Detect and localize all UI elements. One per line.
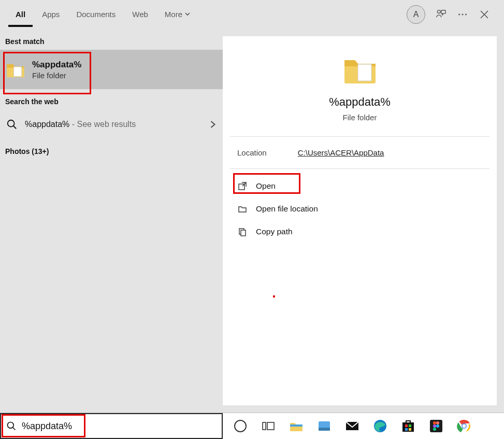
svg-point-29 [436, 424, 439, 428]
svg-rect-13 [263, 422, 266, 430]
taskbar-row [0, 413, 504, 439]
close-icon[interactable] [478, 8, 491, 21]
search-results-column: Best match %appdata% File folder Search … [0, 29, 223, 413]
photos-header[interactable]: Photos (13+) [0, 139, 223, 160]
tab-more[interactable]: More [157, 3, 198, 27]
svg-rect-10 [241, 230, 246, 236]
search-input[interactable] [22, 421, 217, 432]
chrome-icon[interactable] [455, 417, 473, 435]
mail-icon[interactable] [343, 417, 362, 435]
web-result-suffix: - See web results [69, 120, 136, 129]
action-copy-path[interactable]: Copy path [237, 224, 482, 239]
search-web-header: Search the web [0, 89, 223, 110]
details-column: %appdata% File folder Location C:\Users\… [223, 29, 504, 413]
user-avatar[interactable]: A [407, 5, 425, 24]
svg-rect-22 [409, 424, 411, 427]
location-path[interactable]: C:\Users\ACER\AppData [298, 148, 384, 157]
details-preview: %appdata% File folder [230, 36, 489, 137]
edge-icon[interactable] [371, 417, 390, 435]
taskbar [223, 413, 504, 439]
taskbar-search-box[interactable] [0, 413, 223, 439]
svg-point-30 [433, 428, 436, 431]
web-result-row[interactable]: %appdata% - See web results [0, 110, 223, 139]
location-row: Location C:\Users\ACER\AppData [230, 137, 489, 169]
task-view-icon[interactable] [259, 417, 278, 435]
svg-point-3 [462, 14, 464, 16]
tab-apps[interactable]: Apps [35, 3, 67, 27]
search-icon [6, 421, 17, 431]
best-match-title: %appdata% [32, 60, 81, 70]
tabs-right-controls: A [407, 5, 496, 24]
svg-rect-14 [267, 422, 274, 430]
tab-more-label: More [165, 10, 182, 19]
details-actions: Open Open file location Copy path [230, 169, 489, 249]
folder-icon [341, 51, 379, 88]
best-match-header: Best match [0, 29, 223, 50]
file-explorer-icon[interactable] [287, 417, 306, 435]
svg-point-12 [235, 420, 246, 432]
details-title: %appdata% [329, 95, 391, 109]
web-result-text: %appdata% - See web results [25, 120, 136, 129]
svg-rect-23 [405, 428, 408, 431]
svg-rect-17 [319, 428, 330, 431]
svg-rect-24 [409, 428, 411, 431]
microsoft-store-icon[interactable] [399, 417, 417, 435]
svg-rect-20 [402, 422, 414, 432]
chevron-down-icon [184, 11, 191, 17]
location-label: Location [237, 148, 267, 157]
action-copy-path-label: Copy path [256, 227, 293, 236]
tab-documents[interactable]: Documents [69, 3, 123, 27]
svg-point-33 [463, 424, 466, 428]
tab-all[interactable]: All [8, 3, 33, 27]
open-icon [237, 181, 248, 191]
svg-point-4 [465, 14, 467, 16]
search-main-columns: Best match %appdata% File folder Search … [0, 29, 504, 413]
cortana-icon[interactable] [231, 417, 250, 435]
svg-point-11 [8, 422, 14, 429]
avatar-letter: A [413, 10, 419, 19]
svg-rect-21 [405, 424, 408, 427]
svg-rect-15 [290, 424, 303, 427]
web-result-query: %appdata% [25, 120, 69, 129]
tab-web[interactable]: Web [125, 3, 155, 27]
svg-point-27 [436, 421, 439, 424]
svg-rect-5 [14, 67, 22, 76]
best-match-text: %appdata% File folder [32, 60, 81, 80]
annotation-marker [273, 295, 275, 298]
more-options-icon[interactable] [456, 8, 469, 21]
search-tabs: All Apps Documents Web More A [0, 0, 504, 29]
feedback-icon[interactable] [435, 8, 447, 21]
svg-point-2 [458, 14, 460, 16]
svg-point-28 [433, 424, 436, 428]
action-open-location[interactable]: Open file location [237, 201, 482, 217]
svg-rect-1 [441, 10, 445, 13]
app-icon[interactable] [315, 417, 334, 435]
details-subtitle: File folder [343, 113, 377, 122]
best-match-subtitle: File folder [32, 71, 81, 80]
copy-icon [237, 226, 248, 237]
folder-open-icon [237, 204, 248, 214]
svg-point-6 [8, 120, 15, 127]
windows-search-panel: All Apps Documents Web More A Best match [0, 0, 504, 413]
action-open-label: Open [256, 181, 276, 191]
figma-icon[interactable] [427, 417, 445, 435]
svg-point-26 [433, 421, 436, 424]
search-icon [6, 119, 18, 130]
action-open-location-label: Open file location [256, 204, 318, 214]
best-match-result[interactable]: %appdata% File folder [0, 50, 223, 89]
svg-point-0 [437, 10, 440, 13]
svg-rect-7 [358, 64, 371, 81]
details-card: %appdata% File folder Location C:\Users\… [223, 36, 497, 405]
action-open[interactable]: Open [237, 178, 482, 194]
folder-icon [5, 59, 26, 80]
chevron-right-icon [209, 121, 217, 128]
